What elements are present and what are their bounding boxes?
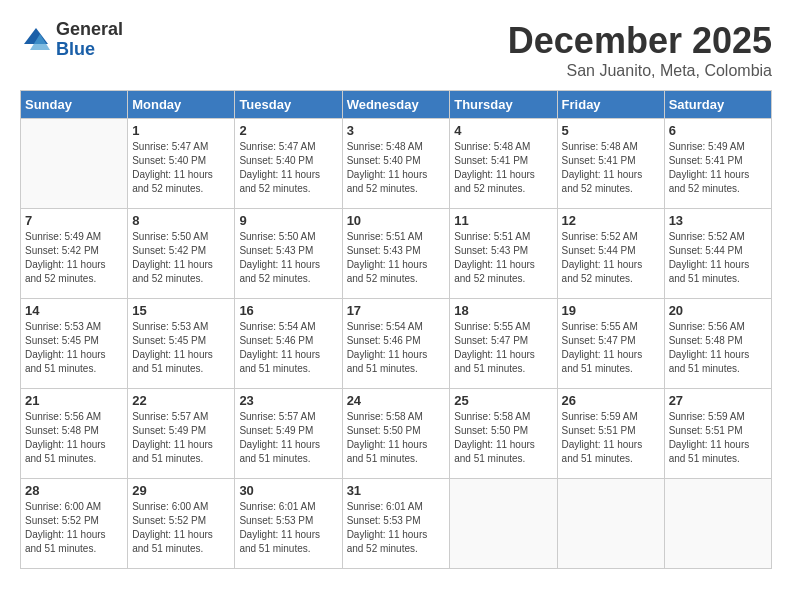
day-number: 31 bbox=[347, 483, 446, 498]
calendar-cell: 25Sunrise: 5:58 AM Sunset: 5:50 PM Dayli… bbox=[450, 389, 557, 479]
calendar-table: SundayMondayTuesdayWednesdayThursdayFrid… bbox=[20, 90, 772, 569]
calendar-cell: 7Sunrise: 5:49 AM Sunset: 5:42 PM Daylig… bbox=[21, 209, 128, 299]
calendar-day-header: Tuesday bbox=[235, 91, 342, 119]
calendar-cell: 19Sunrise: 5:55 AM Sunset: 5:47 PM Dayli… bbox=[557, 299, 664, 389]
day-number: 26 bbox=[562, 393, 660, 408]
calendar-cell bbox=[21, 119, 128, 209]
calendar-week-row: 28Sunrise: 6:00 AM Sunset: 5:52 PM Dayli… bbox=[21, 479, 772, 569]
calendar-day-header: Monday bbox=[128, 91, 235, 119]
day-number: 13 bbox=[669, 213, 767, 228]
day-info: Sunrise: 5:53 AM Sunset: 5:45 PM Dayligh… bbox=[132, 320, 230, 376]
day-number: 7 bbox=[25, 213, 123, 228]
calendar-cell: 31Sunrise: 6:01 AM Sunset: 5:53 PM Dayli… bbox=[342, 479, 450, 569]
logo-icon bbox=[20, 24, 52, 56]
calendar-cell: 11Sunrise: 5:51 AM Sunset: 5:43 PM Dayli… bbox=[450, 209, 557, 299]
day-info: Sunrise: 5:51 AM Sunset: 5:43 PM Dayligh… bbox=[347, 230, 446, 286]
day-info: Sunrise: 6:00 AM Sunset: 5:52 PM Dayligh… bbox=[132, 500, 230, 556]
day-number: 5 bbox=[562, 123, 660, 138]
day-info: Sunrise: 5:54 AM Sunset: 5:46 PM Dayligh… bbox=[347, 320, 446, 376]
calendar-cell: 5Sunrise: 5:48 AM Sunset: 5:41 PM Daylig… bbox=[557, 119, 664, 209]
day-info: Sunrise: 5:48 AM Sunset: 5:41 PM Dayligh… bbox=[562, 140, 660, 196]
day-info: Sunrise: 5:58 AM Sunset: 5:50 PM Dayligh… bbox=[347, 410, 446, 466]
day-number: 6 bbox=[669, 123, 767, 138]
day-info: Sunrise: 5:53 AM Sunset: 5:45 PM Dayligh… bbox=[25, 320, 123, 376]
day-number: 23 bbox=[239, 393, 337, 408]
calendar-cell: 28Sunrise: 6:00 AM Sunset: 5:52 PM Dayli… bbox=[21, 479, 128, 569]
day-info: Sunrise: 5:54 AM Sunset: 5:46 PM Dayligh… bbox=[239, 320, 337, 376]
page-header: General Blue December 2025 San Juanito, … bbox=[20, 20, 772, 80]
day-number: 17 bbox=[347, 303, 446, 318]
day-info: Sunrise: 6:01 AM Sunset: 5:53 PM Dayligh… bbox=[239, 500, 337, 556]
day-number: 20 bbox=[669, 303, 767, 318]
logo-text: General Blue bbox=[56, 20, 123, 60]
day-info: Sunrise: 5:52 AM Sunset: 5:44 PM Dayligh… bbox=[669, 230, 767, 286]
day-number: 30 bbox=[239, 483, 337, 498]
calendar-cell bbox=[450, 479, 557, 569]
day-number: 21 bbox=[25, 393, 123, 408]
day-info: Sunrise: 5:48 AM Sunset: 5:41 PM Dayligh… bbox=[454, 140, 552, 196]
calendar-cell: 21Sunrise: 5:56 AM Sunset: 5:48 PM Dayli… bbox=[21, 389, 128, 479]
calendar-cell: 4Sunrise: 5:48 AM Sunset: 5:41 PM Daylig… bbox=[450, 119, 557, 209]
day-info: Sunrise: 5:50 AM Sunset: 5:42 PM Dayligh… bbox=[132, 230, 230, 286]
day-number: 2 bbox=[239, 123, 337, 138]
day-info: Sunrise: 6:01 AM Sunset: 5:53 PM Dayligh… bbox=[347, 500, 446, 556]
calendar-cell: 20Sunrise: 5:56 AM Sunset: 5:48 PM Dayli… bbox=[664, 299, 771, 389]
calendar-day-header: Friday bbox=[557, 91, 664, 119]
day-info: Sunrise: 5:52 AM Sunset: 5:44 PM Dayligh… bbox=[562, 230, 660, 286]
day-info: Sunrise: 5:47 AM Sunset: 5:40 PM Dayligh… bbox=[132, 140, 230, 196]
day-number: 1 bbox=[132, 123, 230, 138]
calendar-day-header: Thursday bbox=[450, 91, 557, 119]
day-number: 18 bbox=[454, 303, 552, 318]
logo: General Blue bbox=[20, 20, 123, 60]
day-info: Sunrise: 5:49 AM Sunset: 5:42 PM Dayligh… bbox=[25, 230, 123, 286]
day-number: 22 bbox=[132, 393, 230, 408]
calendar-cell: 13Sunrise: 5:52 AM Sunset: 5:44 PM Dayli… bbox=[664, 209, 771, 299]
day-number: 28 bbox=[25, 483, 123, 498]
location-subtitle: San Juanito, Meta, Colombia bbox=[508, 62, 772, 80]
day-number: 15 bbox=[132, 303, 230, 318]
day-info: Sunrise: 5:55 AM Sunset: 5:47 PM Dayligh… bbox=[562, 320, 660, 376]
logo-general-text: General bbox=[56, 20, 123, 40]
day-info: Sunrise: 5:49 AM Sunset: 5:41 PM Dayligh… bbox=[669, 140, 767, 196]
day-number: 24 bbox=[347, 393, 446, 408]
calendar-week-row: 7Sunrise: 5:49 AM Sunset: 5:42 PM Daylig… bbox=[21, 209, 772, 299]
day-number: 3 bbox=[347, 123, 446, 138]
calendar-cell: 8Sunrise: 5:50 AM Sunset: 5:42 PM Daylig… bbox=[128, 209, 235, 299]
day-info: Sunrise: 5:51 AM Sunset: 5:43 PM Dayligh… bbox=[454, 230, 552, 286]
calendar-cell: 23Sunrise: 5:57 AM Sunset: 5:49 PM Dayli… bbox=[235, 389, 342, 479]
day-info: Sunrise: 5:59 AM Sunset: 5:51 PM Dayligh… bbox=[669, 410, 767, 466]
calendar-week-row: 14Sunrise: 5:53 AM Sunset: 5:45 PM Dayli… bbox=[21, 299, 772, 389]
day-number: 10 bbox=[347, 213, 446, 228]
calendar-cell: 1Sunrise: 5:47 AM Sunset: 5:40 PM Daylig… bbox=[128, 119, 235, 209]
day-info: Sunrise: 5:59 AM Sunset: 5:51 PM Dayligh… bbox=[562, 410, 660, 466]
day-number: 27 bbox=[669, 393, 767, 408]
day-number: 29 bbox=[132, 483, 230, 498]
day-number: 12 bbox=[562, 213, 660, 228]
day-number: 4 bbox=[454, 123, 552, 138]
calendar-cell: 2Sunrise: 5:47 AM Sunset: 5:40 PM Daylig… bbox=[235, 119, 342, 209]
calendar-cell: 15Sunrise: 5:53 AM Sunset: 5:45 PM Dayli… bbox=[128, 299, 235, 389]
calendar-day-header: Sunday bbox=[21, 91, 128, 119]
day-info: Sunrise: 6:00 AM Sunset: 5:52 PM Dayligh… bbox=[25, 500, 123, 556]
calendar-week-row: 1Sunrise: 5:47 AM Sunset: 5:40 PM Daylig… bbox=[21, 119, 772, 209]
calendar-cell: 17Sunrise: 5:54 AM Sunset: 5:46 PM Dayli… bbox=[342, 299, 450, 389]
calendar-cell: 9Sunrise: 5:50 AM Sunset: 5:43 PM Daylig… bbox=[235, 209, 342, 299]
calendar-cell: 6Sunrise: 5:49 AM Sunset: 5:41 PM Daylig… bbox=[664, 119, 771, 209]
day-number: 8 bbox=[132, 213, 230, 228]
title-area: December 2025 San Juanito, Meta, Colombi… bbox=[508, 20, 772, 80]
day-info: Sunrise: 5:57 AM Sunset: 5:49 PM Dayligh… bbox=[239, 410, 337, 466]
calendar-cell: 30Sunrise: 6:01 AM Sunset: 5:53 PM Dayli… bbox=[235, 479, 342, 569]
day-number: 11 bbox=[454, 213, 552, 228]
day-info: Sunrise: 5:56 AM Sunset: 5:48 PM Dayligh… bbox=[25, 410, 123, 466]
calendar-day-header: Saturday bbox=[664, 91, 771, 119]
day-number: 25 bbox=[454, 393, 552, 408]
day-number: 9 bbox=[239, 213, 337, 228]
calendar-cell: 10Sunrise: 5:51 AM Sunset: 5:43 PM Dayli… bbox=[342, 209, 450, 299]
day-info: Sunrise: 5:58 AM Sunset: 5:50 PM Dayligh… bbox=[454, 410, 552, 466]
calendar-day-header: Wednesday bbox=[342, 91, 450, 119]
day-number: 14 bbox=[25, 303, 123, 318]
calendar-cell: 24Sunrise: 5:58 AM Sunset: 5:50 PM Dayli… bbox=[342, 389, 450, 479]
calendar-header-row: SundayMondayTuesdayWednesdayThursdayFrid… bbox=[21, 91, 772, 119]
logo-blue-text: Blue bbox=[56, 40, 123, 60]
day-info: Sunrise: 5:47 AM Sunset: 5:40 PM Dayligh… bbox=[239, 140, 337, 196]
